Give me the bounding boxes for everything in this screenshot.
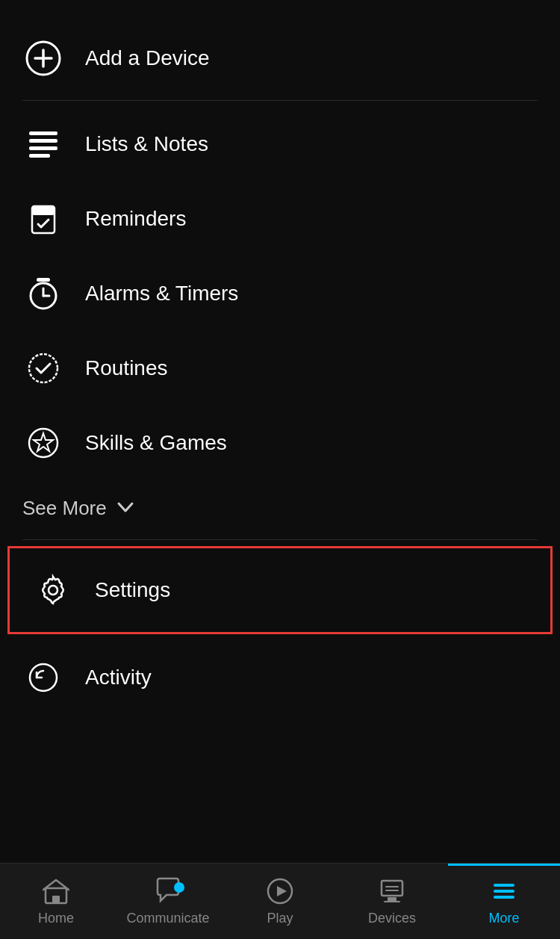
svg-marker-15 bbox=[34, 433, 53, 451]
lists-notes-label: Lists & Notes bbox=[85, 132, 208, 156]
see-more-label: See More bbox=[22, 497, 107, 520]
reminders-icon bbox=[22, 198, 64, 240]
nav-home[interactable]: Home bbox=[0, 864, 112, 939]
settings-item[interactable]: Settings bbox=[7, 546, 553, 634]
divider-top bbox=[22, 100, 538, 101]
nav-communicate-label: Communicate bbox=[126, 911, 209, 926]
communicate-badge bbox=[174, 882, 184, 893]
alarms-timers-label: Alarms & Timers bbox=[85, 282, 238, 306]
nav-more[interactable]: More bbox=[448, 864, 560, 939]
alarms-timers-icon bbox=[22, 273, 64, 314]
activity-label: Activity bbox=[85, 666, 152, 689]
nav-devices[interactable]: Devices bbox=[336, 864, 448, 939]
nav-home-label: Home bbox=[38, 911, 74, 926]
svg-rect-27 bbox=[494, 884, 514, 887]
activity-icon bbox=[22, 657, 64, 698]
svg-point-13 bbox=[29, 354, 57, 382]
play-icon bbox=[265, 876, 295, 906]
svg-marker-21 bbox=[277, 886, 287, 896]
communicate-icon bbox=[153, 876, 183, 906]
menu-item-skills-games[interactable]: Skills & Games bbox=[0, 406, 560, 480]
reminders-label: Reminders bbox=[85, 207, 186, 231]
nav-devices-label: Devices bbox=[368, 911, 416, 926]
svg-rect-28 bbox=[494, 890, 514, 893]
add-device-icon bbox=[22, 37, 64, 79]
skills-games-icon bbox=[22, 422, 64, 464]
menu-item-activity[interactable]: Activity bbox=[0, 640, 560, 715]
svg-rect-4 bbox=[29, 139, 57, 143]
svg-rect-6 bbox=[29, 154, 50, 158]
see-more-button[interactable]: See More bbox=[0, 483, 560, 533]
routines-label: Routines bbox=[85, 356, 168, 380]
routines-icon bbox=[22, 347, 64, 389]
menu-item-routines[interactable]: Routines bbox=[0, 331, 560, 406]
nav-communicate[interactable]: Communicate bbox=[112, 864, 224, 939]
svg-rect-29 bbox=[494, 896, 514, 899]
bottom-nav: Home Communicate Play bbox=[0, 863, 560, 939]
lists-notes-icon bbox=[22, 123, 64, 165]
skills-games-label: Skills & Games bbox=[85, 431, 227, 455]
settings-label: Settings bbox=[95, 578, 170, 602]
menu-item-reminders[interactable]: Reminders bbox=[0, 182, 560, 256]
svg-point-17 bbox=[30, 664, 57, 691]
nav-play-label: Play bbox=[267, 911, 293, 926]
svg-rect-3 bbox=[29, 131, 57, 135]
nav-more-label: More bbox=[488, 911, 519, 926]
menu-item-alarms-timers[interactable]: Alarms & Timers bbox=[0, 256, 560, 331]
svg-rect-19 bbox=[52, 896, 60, 903]
divider-middle bbox=[22, 539, 538, 540]
devices-icon bbox=[377, 876, 407, 906]
settings-icon bbox=[32, 569, 74, 611]
more-icon bbox=[489, 876, 519, 906]
chevron-down-icon bbox=[116, 498, 135, 520]
svg-rect-8 bbox=[32, 206, 55, 215]
menu-item-lists-notes[interactable]: Lists & Notes bbox=[0, 107, 560, 182]
svg-rect-22 bbox=[382, 881, 402, 896]
svg-rect-9 bbox=[37, 278, 50, 282]
svg-point-16 bbox=[49, 586, 57, 595]
add-device-item[interactable]: Add a Device bbox=[0, 22, 560, 94]
svg-rect-5 bbox=[29, 146, 57, 150]
nav-active-indicator bbox=[448, 864, 560, 866]
home-icon bbox=[41, 876, 71, 906]
main-content: Add a Device Lists & Notes Reminders bbox=[0, 0, 560, 863]
add-device-label: Add a Device bbox=[85, 46, 210, 70]
nav-play[interactable]: Play bbox=[224, 864, 336, 939]
